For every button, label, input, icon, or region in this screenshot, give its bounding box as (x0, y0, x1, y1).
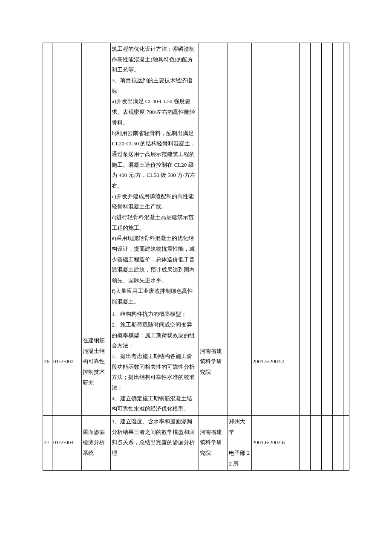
table-row: 筑工程的优化设计方法；④磷渣制作高性能混凝土(独具特色)的配方和工艺等。3、项目… (43, 43, 349, 308)
document-page: 筑工程的优化设计方法；④磷渣制作高性能混凝土(独具特色)的配方和工艺等。3、项目… (0, 0, 392, 496)
project-description: 筑工程的优化设计方法；④磷渣制作高性能混凝土(独具特色)的配方和工艺等。3、项目… (111, 43, 199, 308)
extra-col-2 (311, 308, 322, 416)
extra-col-5 (343, 416, 349, 470)
project-description: 1、结构构件抗力的概率模型；2、施工期荷载随时间或空间变异的概率模型；施工期荷载… (111, 308, 199, 416)
extra-col-5 (343, 43, 349, 308)
extra-col-1 (300, 416, 311, 470)
research-projects-table: 筑工程的优化设计方法；④磷渣制作高性能混凝土(独具特色)的配方和工艺等。3、项目… (43, 43, 349, 471)
project-code: 01-2-004 (52, 416, 82, 470)
extra-col-4 (332, 43, 343, 308)
cooperator (228, 308, 251, 416)
organization: 河南省建筑科学研究院 (199, 416, 228, 470)
extra-col-4 (332, 416, 343, 470)
extra-col-1 (300, 43, 311, 308)
extra-col-2 (311, 43, 322, 308)
extra-col-4 (332, 308, 343, 416)
project-code: 01-2-003 (52, 308, 82, 416)
date-range: 2001.6-2002.6 (251, 416, 300, 470)
project-code (52, 43, 82, 308)
project-title: 在建钢筋混凝土结构可靠性控制技术研究 (81, 308, 111, 416)
cooperator: 郑州大学电子部 22 所 (228, 416, 251, 470)
organization: 河南省建筑科学研究院 (199, 308, 228, 416)
extra-col-5 (343, 308, 349, 416)
extra-col-2 (311, 416, 322, 470)
row-index: 27 (43, 416, 52, 470)
date-range: 2001.5-2003.4 (251, 308, 300, 416)
date-range (251, 43, 300, 308)
organization (199, 43, 228, 308)
table-row: 2601-2-003在建钢筋混凝土结构可靠性控制技术研究1、结构构件抗力的概率模… (43, 308, 349, 416)
table-row: 2701-2-004屋面渗漏检测分析系统1、建立湿度、含水率和屋面渗漏分析结果三… (43, 416, 349, 470)
extra-col-3 (321, 43, 332, 308)
extra-col-3 (321, 308, 332, 416)
project-title (81, 43, 111, 308)
extra-col-3 (321, 416, 332, 470)
cooperator (228, 43, 251, 308)
project-description: 1、建立湿度、含水率和屋面渗漏分析结果三者之间的数学模型和回归点关系，总结出完善… (111, 416, 199, 470)
row-index: 26 (43, 308, 52, 416)
extra-col-1 (300, 308, 311, 416)
row-index (43, 43, 52, 308)
project-title: 屋面渗漏检测分析系统 (81, 416, 111, 470)
